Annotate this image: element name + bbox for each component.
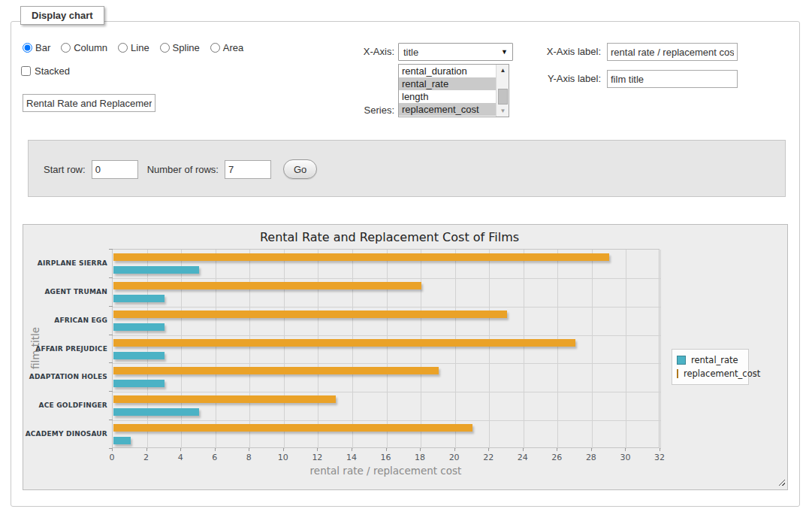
- chart-type-label-bar[interactable]: Bar: [35, 42, 50, 53]
- chart-type-radio-line[interactable]: [118, 43, 128, 53]
- chart-type-label-line[interactable]: Line: [131, 42, 149, 53]
- x-axis-label-input[interactable]: [607, 43, 738, 61]
- gridline-x: [387, 250, 388, 449]
- stacked-checkbox-row: Stacked: [21, 65, 70, 77]
- stacked-checkbox[interactable]: [21, 66, 31, 76]
- gridline-x: [524, 250, 524, 449]
- listbox-scrollbar[interactable]: ▲ ▼: [496, 65, 509, 117]
- gridline-y: [113, 307, 660, 308]
- bar-replacement_cost: [113, 253, 609, 261]
- x-tick-label: 14: [340, 453, 363, 462]
- chart-type-option-bar: Bar: [23, 42, 50, 53]
- chevron-down-icon: ▼: [501, 48, 508, 56]
- series-listbox[interactable]: rental_durationrental_ratelengthreplacem…: [398, 64, 509, 117]
- chart-type-radio-bar[interactable]: [23, 43, 32, 53]
- legend-item-replacement_cost: replacement_cost: [677, 367, 744, 380]
- x-tick-label: 16: [375, 453, 397, 462]
- gridline-x: [592, 250, 593, 449]
- num-rows-label: Number of rows:: [147, 164, 219, 175]
- bar-rental_rate: [113, 323, 165, 331]
- y-tick-mark: [109, 448, 113, 449]
- category-label: ACE GOLDFINGER: [23, 401, 107, 410]
- x-tick-mark: [420, 448, 421, 451]
- go-button[interactable]: Go: [283, 159, 317, 179]
- bar-replacement_cost: [113, 339, 575, 347]
- x-tick-label: 12: [306, 453, 328, 462]
- x-tick-label: 2: [135, 453, 158, 462]
- category-label: ACADEMY DINOSAUR: [23, 429, 107, 438]
- x-axis-select-value: title: [403, 47, 418, 58]
- chart-type-option-spline: Spline: [160, 42, 200, 53]
- category-label: AGENT TRUMAN: [23, 287, 107, 296]
- scrollbar-thumb[interactable]: [498, 89, 508, 105]
- x-tick-mark: [386, 448, 387, 451]
- x-tick-label: 20: [443, 453, 466, 462]
- bar-rental_rate: [113, 352, 165, 359]
- bar-replacement_cost: [113, 395, 336, 403]
- chart-type-label-spline[interactable]: Spline: [173, 42, 200, 53]
- category-label: AFRICAN EGG: [23, 316, 107, 325]
- x-tick-mark: [283, 448, 284, 451]
- resize-handle-icon[interactable]: [777, 477, 785, 486]
- x-tick-mark: [180, 448, 181, 451]
- chart-legend: rental_ratereplacement_cost: [672, 349, 749, 385]
- gridline-y: [113, 335, 660, 336]
- y-axis-label-caption: Y-Axis label:: [526, 73, 601, 84]
- row-controls-panel: Start row: Number of rows: Go: [28, 140, 786, 197]
- chart-type-radio-column[interactable]: [61, 43, 71, 53]
- gridline-y: [113, 392, 660, 392]
- x-tick-label: 6: [204, 453, 226, 462]
- y-tick-mark: [109, 362, 113, 363]
- x-tick-mark: [557, 448, 557, 451]
- num-rows-input[interactable]: [225, 160, 271, 179]
- scroll-up-icon[interactable]: ▲: [497, 65, 509, 76]
- legend-swatch-rental_rate: [677, 356, 686, 365]
- chart-type-option-area: Area: [210, 42, 243, 53]
- x-tick-label: 24: [512, 453, 534, 462]
- bar-rental_rate: [113, 437, 131, 444]
- x-tick-label: 4: [169, 453, 192, 462]
- series-option-length[interactable]: length: [399, 90, 497, 103]
- x-axis-select[interactable]: title ▼: [398, 43, 513, 61]
- chart-type-radio-spline[interactable]: [160, 43, 170, 53]
- x-tick-label: 8: [237, 453, 260, 462]
- x-tick-mark: [523, 448, 524, 451]
- start-row-input[interactable]: [92, 160, 138, 179]
- gridline-x: [455, 250, 456, 449]
- y-axis-label-input[interactable]: [607, 70, 738, 88]
- series-option-rental_duration[interactable]: rental_duration: [399, 65, 497, 77]
- bar-replacement_cost: [113, 282, 421, 289]
- chart-type-option-column: Column: [61, 42, 107, 53]
- bar-replacement_cost: [113, 311, 507, 318]
- bar-rental_rate: [113, 266, 199, 274]
- x-tick-mark: [146, 448, 147, 451]
- y-tick-mark: [109, 277, 113, 278]
- gridline-x: [421, 250, 421, 449]
- x-tick-label: 22: [477, 453, 500, 462]
- bar-replacement_cost: [113, 424, 472, 432]
- x-tick-mark: [488, 448, 489, 451]
- category-label: AFFAIR PREJUDICE: [23, 344, 107, 353]
- legend-item-rental_rate: rental_rate: [677, 353, 744, 367]
- gridline-x: [352, 250, 353, 449]
- x-tick-mark: [625, 448, 626, 451]
- gridline-x: [557, 250, 558, 449]
- start-row-label: Start row:: [44, 164, 86, 175]
- chart-type-option-line: Line: [118, 42, 149, 53]
- x-tick-label: 28: [580, 453, 602, 462]
- series-option-rental_rate[interactable]: rental_rate: [399, 77, 497, 90]
- chart-type-radio-area[interactable]: [210, 43, 220, 53]
- x-axis-select-label: X-Axis:: [334, 46, 394, 57]
- x-tick-label: 0: [101, 453, 123, 462]
- gridline-y: [113, 420, 660, 421]
- legend-label: rental_rate: [691, 355, 738, 365]
- gridline-y: [113, 363, 660, 364]
- legend-swatch-replacement_cost: [677, 369, 678, 378]
- series-option-replacement_cost[interactable]: replacement_cost: [399, 103, 497, 116]
- scroll-down-icon[interactable]: ▼: [497, 105, 509, 117]
- x-tick-label: 26: [545, 453, 568, 462]
- chart-type-label-column[interactable]: Column: [74, 42, 107, 53]
- chart-title-input[interactable]: [23, 94, 155, 112]
- stacked-label[interactable]: Stacked: [35, 65, 70, 77]
- chart-type-label-area[interactable]: Area: [223, 42, 243, 53]
